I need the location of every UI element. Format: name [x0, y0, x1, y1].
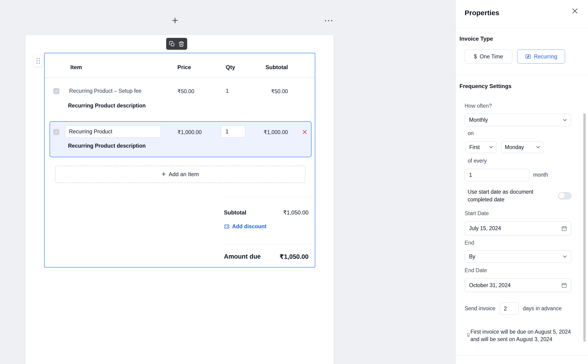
chevron-down-icon [562, 117, 568, 123]
week-ordinal-value: First [469, 144, 480, 150]
block-toolbar [166, 38, 187, 50]
item-checkbox[interactable] [53, 129, 59, 135]
add-discount-button[interactable]: Add discount [224, 223, 266, 230]
divider [224, 244, 311, 244]
use-start-date-toggle[interactable] [558, 192, 572, 200]
panel-title: Properties [465, 9, 499, 17]
item-price: ₹50.00 [177, 88, 194, 95]
plus-icon: + [162, 170, 166, 178]
how-often-label: How often? [465, 103, 492, 109]
remove-item-icon[interactable] [301, 129, 308, 135]
start-date-value: July 15, 2024 [469, 225, 501, 232]
one-time-label: One Time [480, 53, 503, 60]
divider [456, 28, 588, 28]
item-name[interactable]: Recurring Product – Setup fee [69, 88, 141, 94]
amount-due-label: Amount due [224, 253, 261, 260]
drag-handle-icon[interactable] [33, 55, 43, 67]
send-days-input[interactable] [500, 303, 519, 315]
interval-input[interactable] [465, 169, 529, 181]
add-discount-label: Add discount [232, 223, 266, 230]
end-date-value: October 31, 2024 [469, 282, 511, 289]
one-time-button[interactable]: $ One Time [465, 50, 512, 64]
use-start-date-label: Use start date as document completed dat… [468, 188, 558, 203]
end-date-input[interactable]: October 31, 2024 [465, 279, 571, 292]
item-checkbox[interactable] [53, 88, 59, 94]
chevron-down-icon [535, 144, 541, 150]
days-in-advance-label: days in advance [523, 305, 562, 312]
recurring-icon [525, 53, 531, 59]
recurring-button[interactable]: Recurring [517, 50, 565, 64]
column-header-item: Item [70, 64, 82, 71]
how-often-value: Monthly [469, 117, 488, 123]
end-select[interactable]: By [465, 250, 571, 263]
interval-unit-label: month [533, 172, 548, 178]
calendar-icon [561, 282, 567, 288]
more-options-button[interactable]: ⋯ [322, 13, 336, 27]
chevron-down-icon [488, 144, 494, 150]
item-qty: 1 [226, 88, 229, 94]
send-invoice-label: Send invoice [465, 305, 496, 312]
editor-canvas: + ⋯ Item Price Qty Subtotal Recurri [0, 0, 456, 364]
divider [224, 197, 311, 197]
item-description: Recurring Product description [68, 103, 146, 109]
add-item-button[interactable]: + Add an Item [55, 166, 306, 183]
chevron-down-icon [562, 254, 568, 259]
add-item-label: Add an Item [169, 171, 199, 178]
calendar-icon [561, 226, 567, 232]
end-label: End [465, 240, 474, 246]
of-every-label: of every [468, 158, 487, 164]
amount-due-value: ₹1,050.00 [280, 253, 308, 260]
item-qty-input[interactable] [221, 125, 245, 138]
divider [456, 355, 588, 355]
weekday-value: Monday [505, 144, 524, 150]
panel-scrollbar[interactable] [583, 113, 586, 342]
duplicate-block-icon[interactable] [169, 41, 175, 47]
invoice-items-block[interactable]: Item Price Qty Subtotal Recurring Produc… [44, 53, 315, 267]
divider [45, 78, 315, 78]
dollar-icon: $ [474, 53, 477, 60]
column-header-price: Price [177, 64, 191, 71]
column-header-subtotal: Subtotal [266, 64, 288, 71]
item-name-input[interactable] [65, 125, 161, 138]
end-value: By [469, 254, 475, 260]
week-ordinal-select[interactable]: First [466, 141, 497, 153]
discount-icon [224, 224, 230, 229]
invoice-type-label: Invoice Type [459, 36, 493, 42]
column-header-qty: Qty [226, 64, 235, 71]
item-subtotal: ₹50.00 [271, 88, 288, 95]
divider [456, 75, 588, 75]
item-description: Recurring Product description [68, 143, 146, 149]
start-date-input[interactable]: July 15, 2024 [465, 221, 571, 235]
recurring-label: Recurring [534, 53, 557, 60]
start-date-label: Start Date [465, 210, 489, 217]
lightbulb-icon [466, 333, 471, 337]
item-price: ₹1,000.00 [177, 129, 202, 136]
weekday-select[interactable]: Monday [501, 141, 543, 153]
subtotal-value: ₹1,050.00 [283, 209, 308, 216]
properties-panel: Properties Invoice Type $ One Time Recur… [456, 0, 588, 364]
subtotal-label: Subtotal [224, 209, 246, 216]
close-icon[interactable] [571, 7, 579, 15]
frequency-settings-label: Frequency Settings [459, 83, 512, 90]
delete-block-icon[interactable] [178, 41, 184, 47]
totals-section: Subtotal ₹1,050.00 Add discount Amount d… [224, 197, 311, 265]
end-date-label: End Date [465, 267, 487, 273]
how-often-select[interactable]: Monthly [465, 114, 571, 126]
item-subtotal: ₹1,000.00 [264, 129, 288, 136]
add-block-button[interactable]: + [168, 13, 182, 27]
first-invoice-note: First invoice will be due on August 5, 2… [470, 328, 571, 343]
on-label: on [468, 130, 474, 136]
